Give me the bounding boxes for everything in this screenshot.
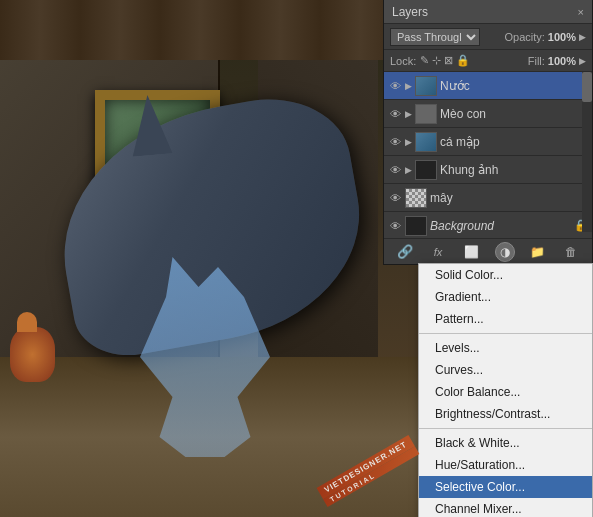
- blend-mode-select[interactable]: Pass Through Normal Multiply: [390, 28, 480, 46]
- menu-item-black-white[interactable]: Black & White...: [419, 432, 592, 454]
- layer-eye-camap[interactable]: 👁: [388, 135, 402, 149]
- cat: [5, 312, 60, 387]
- menu-separator-1: [419, 333, 592, 334]
- add-adjustment-icon[interactable]: ◑: [495, 242, 515, 262]
- layer-eye-meocon[interactable]: 👁: [388, 107, 402, 121]
- lock-icons-group: ✎ ⊹ ⊠ 🔒: [420, 54, 470, 67]
- layer-name-background: Background: [430, 219, 571, 233]
- fill-label: Fill:: [528, 55, 545, 67]
- layer-thumb-background: [405, 216, 427, 236]
- layer-eye-nuoc[interactable]: 👁: [388, 79, 402, 93]
- layer-item-background[interactable]: 👁 Background 🔒: [384, 212, 592, 240]
- layer-name-khunganh: Khung ảnh: [440, 163, 588, 177]
- opacity-value: 100%: [548, 31, 576, 43]
- lock-label: Lock:: [390, 55, 416, 67]
- opacity-group: Opacity: 100% ▶: [505, 31, 587, 43]
- layer-expand-nuoc[interactable]: ▶: [405, 81, 412, 91]
- layer-item-nuoc[interactable]: 👁 ▶ Nước: [384, 72, 592, 100]
- layer-expand-meocon[interactable]: ▶: [405, 109, 412, 119]
- layers-scrollbar[interactable]: [582, 72, 592, 232]
- layers-title-bar: Layers ×: [384, 0, 592, 24]
- layer-expand-khunganh[interactable]: ▶: [405, 165, 412, 175]
- layer-thumb-meocon: [415, 104, 437, 124]
- layer-expand-camap[interactable]: ▶: [405, 137, 412, 147]
- menu-item-curves[interactable]: Curves...: [419, 359, 592, 381]
- layers-list: 👁 ▶ Nước 👁 ▶ Mèo con 👁 ▶ cá mập 👁 ▶ Khun…: [384, 72, 592, 240]
- layer-item-khunganh[interactable]: 👁 ▶ Khung ảnh: [384, 156, 592, 184]
- layer-name-may: mây: [430, 191, 588, 205]
- new-group-icon[interactable]: 📁: [528, 242, 548, 262]
- add-mask-icon[interactable]: ⬜: [461, 242, 481, 262]
- layers-panel: Layers × Pass Through Normal Multiply Op…: [383, 0, 593, 265]
- menu-item-hue-saturation[interactable]: Hue/Saturation...: [419, 454, 592, 476]
- layers-scrollbar-thumb[interactable]: [582, 72, 592, 102]
- layer-name-meocon: Mèo con: [440, 107, 588, 121]
- menu-item-selective-color[interactable]: Selective Color...: [419, 476, 592, 498]
- menu-item-color-balance[interactable]: Color Balance...: [419, 381, 592, 403]
- layer-eye-may[interactable]: 👁: [388, 191, 402, 205]
- fill-value: 100%: [548, 55, 576, 67]
- link-layers-icon[interactable]: 🔗: [395, 242, 415, 262]
- fx-icon[interactable]: fx: [428, 242, 448, 262]
- layer-thumb-camap: [415, 132, 437, 152]
- lock-transparency-icon[interactable]: ✎: [420, 54, 429, 67]
- delete-layer-icon[interactable]: 🗑: [561, 242, 581, 262]
- layers-close-button[interactable]: ×: [578, 6, 584, 18]
- menu-separator-2: [419, 428, 592, 429]
- layer-eye-background[interactable]: 👁: [388, 219, 402, 233]
- layers-bottom-toolbar: 🔗 fx ⬜ ◑ 📁 🗑: [384, 238, 592, 264]
- layer-name-camap: cá mập: [440, 135, 588, 149]
- layer-item-camap[interactable]: 👁 ▶ cá mập: [384, 128, 592, 156]
- lock-fill-bar: Lock: ✎ ⊹ ⊠ 🔒 Fill: 100% ▶: [384, 50, 592, 72]
- layer-thumb-nuoc: [415, 76, 437, 96]
- menu-item-channel-mixer[interactable]: Channel Mixer...: [419, 498, 592, 517]
- layer-thumb-may: [405, 188, 427, 208]
- opacity-label: Opacity:: [505, 31, 545, 43]
- lock-all-icon[interactable]: 🔒: [456, 54, 470, 67]
- menu-item-levels[interactable]: Levels...: [419, 337, 592, 359]
- menu-item-pattern[interactable]: Pattern...: [419, 308, 592, 330]
- lock-image-icon[interactable]: ⊹: [432, 54, 441, 67]
- layer-name-nuoc: Nước: [440, 79, 588, 93]
- menu-item-solid-color[interactable]: Solid Color...: [419, 264, 592, 286]
- lock-position-icon[interactable]: ⊠: [444, 54, 453, 67]
- menu-item-brightness-contrast[interactable]: Brightness/Contrast...: [419, 403, 592, 425]
- layer-thumb-khunganh: [415, 160, 437, 180]
- opacity-arrow[interactable]: ▶: [579, 32, 586, 42]
- layer-item-meocon[interactable]: 👁 ▶ Mèo con: [384, 100, 592, 128]
- adjustment-layer-menu: Solid Color... Gradient... Pattern... Le…: [418, 263, 593, 517]
- layer-eye-khunganh[interactable]: 👁: [388, 163, 402, 177]
- fill-arrow[interactable]: ▶: [579, 56, 586, 66]
- menu-item-gradient[interactable]: Gradient...: [419, 286, 592, 308]
- layer-item-may[interactable]: 👁 mây: [384, 184, 592, 212]
- blend-opacity-toolbar: Pass Through Normal Multiply Opacity: 10…: [384, 24, 592, 50]
- fill-group: Fill: 100% ▶: [528, 55, 586, 67]
- layers-title: Layers: [392, 5, 428, 19]
